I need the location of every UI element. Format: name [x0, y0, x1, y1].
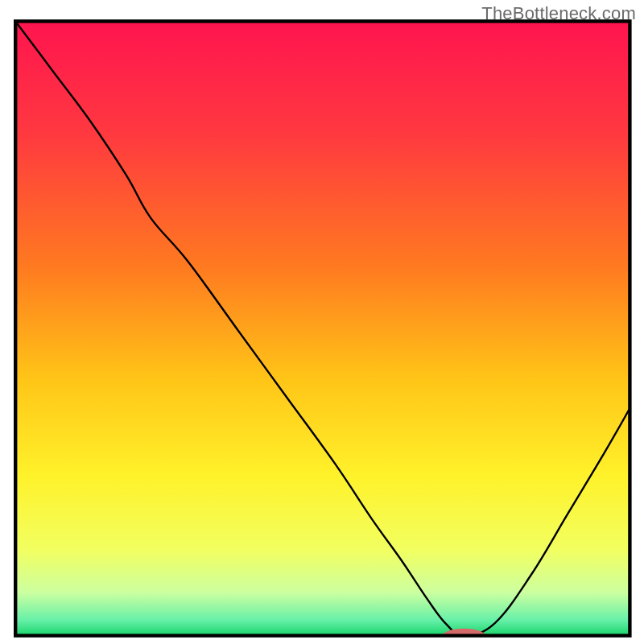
gradient-fill	[15, 21, 630, 635]
bottleneck-chart	[0, 0, 644, 644]
watermark-text: TheBottleneck.com	[481, 3, 636, 24]
chart-container: { "watermark": { "text": "TheBottleneck.…	[0, 0, 644, 644]
